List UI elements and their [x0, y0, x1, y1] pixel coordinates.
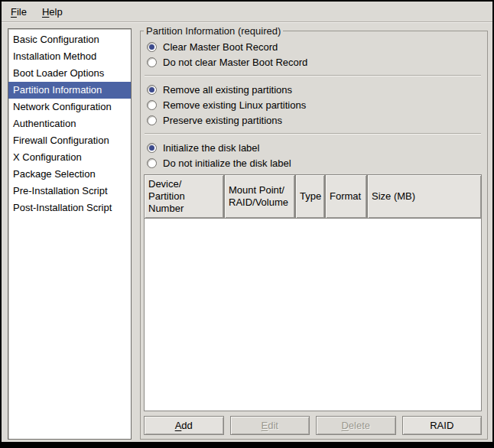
radio-selected-icon: [147, 85, 157, 95]
menu-bar: File Help: [2, 2, 492, 22]
raid-button[interactable]: RAID: [402, 416, 483, 435]
menu-file[interactable]: File: [5, 4, 33, 20]
radio-label: Remove all existing partitions: [163, 84, 292, 96]
radio-label: Do not initialize the disk label: [163, 157, 291, 169]
radio-selected-icon: [147, 42, 157, 52]
radio-label: Initialize the disk label: [163, 142, 259, 154]
column-header-device-partition-number[interactable]: Device/ Partition Number: [144, 174, 224, 219]
sidebar-item-firewall-configuration[interactable]: Firewall Configuration: [8, 132, 131, 149]
radio-do-not-clear-mbr[interactable]: Do not clear Master Boot Record: [144, 54, 482, 70]
sidebar-item-basic-configuration[interactable]: Basic Configuration: [8, 31, 131, 48]
add-button[interactable]: Add: [144, 416, 224, 435]
column-header-format[interactable]: Format: [325, 174, 367, 219]
column-header-mount-point-raid-volume[interactable]: Mount Point/ RAID/Volume: [224, 174, 295, 219]
radio-clear-mbr[interactable]: Clear Master Boot Record: [144, 39, 482, 54]
radio-remove-all-partitions[interactable]: Remove all existing partitions: [144, 82, 482, 97]
section-list: Basic Configuration Installation Method …: [8, 28, 132, 440]
sidebar-item-post-installation-script[interactable]: Post-Installation Script: [8, 200, 131, 216]
partition-table-header: Device/ Partition Number Mount Point/ RA…: [144, 174, 482, 219]
separator: [145, 133, 481, 135]
partition-information-panel: Partition Information (required) Clear M…: [140, 31, 488, 440]
panel-title: Partition Information (required): [144, 25, 283, 37]
menu-help[interactable]: Help: [36, 4, 69, 20]
delete-button[interactable]: Delete: [316, 416, 396, 435]
radio-unselected-icon: [147, 158, 157, 168]
partition-table-body[interactable]: [144, 219, 482, 411]
radio-do-not-initialize-disk-label[interactable]: Do not initialize the disk label: [144, 155, 482, 170]
table-button-row: Add Edit Delete RAID: [144, 416, 482, 435]
radio-unselected-icon: [147, 100, 157, 110]
sidebar-item-package-selection[interactable]: Package Selection: [8, 166, 131, 183]
separator: [145, 75, 481, 76]
radio-label: Clear Master Boot Record: [163, 41, 278, 53]
sidebar-item-boot-loader-options[interactable]: Boot Loader Options: [8, 65, 131, 82]
window-chrome: File Help Basic Configuration Installati…: [2, 2, 492, 442]
app-window: File Help Basic Configuration Installati…: [0, 0, 494, 448]
sidebar-item-partition-information[interactable]: Partition Information: [8, 82, 131, 99]
radio-label: Preserve existing partitions: [163, 115, 282, 126]
radio-label: Remove existing Linux partitions: [163, 99, 306, 111]
radio-unselected-icon: [147, 57, 157, 67]
radio-initialize-disk-label[interactable]: Initialize the disk label: [144, 140, 482, 155]
partition-table: Device/ Partition Number Mount Point/ RA…: [144, 174, 482, 411]
sidebar-item-network-configuration[interactable]: Network Configuration: [8, 99, 131, 115]
sidebar-item-authentication[interactable]: Authentication: [8, 115, 131, 132]
radio-preserve-partitions[interactable]: Preserve existing partitions: [144, 112, 482, 128]
sidebar-item-installation-method[interactable]: Installation Method: [8, 48, 131, 65]
radio-selected-icon: [147, 143, 157, 153]
radio-remove-linux-partitions[interactable]: Remove existing Linux partitions: [144, 97, 482, 112]
column-header-type[interactable]: Type: [295, 174, 325, 219]
edit-button[interactable]: Edit: [230, 416, 310, 435]
main-content: Basic Configuration Installation Method …: [2, 22, 492, 442]
radio-label: Do not clear Master Boot Record: [163, 57, 307, 68]
sidebar-item-x-configuration[interactable]: X Configuration: [8, 149, 131, 166]
column-header-size-mb[interactable]: Size (MB): [367, 174, 482, 219]
radio-unselected-icon: [147, 115, 157, 125]
sidebar-item-pre-installation-script[interactable]: Pre-Installation Script: [8, 183, 131, 200]
